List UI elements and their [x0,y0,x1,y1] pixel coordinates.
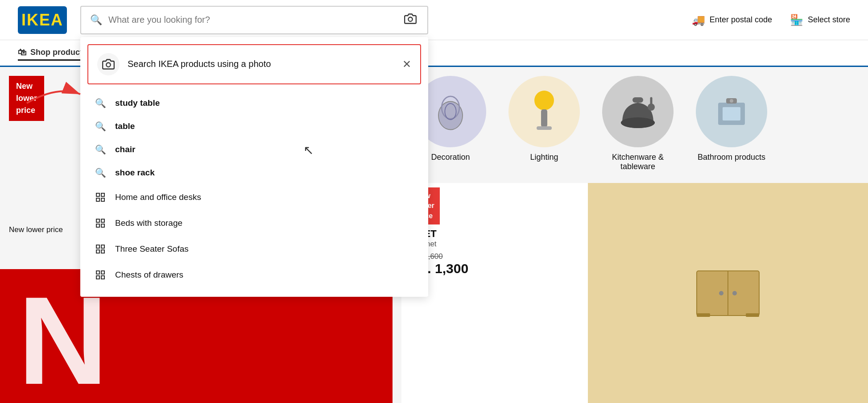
logo-text: IKEA [21,11,63,29]
enter-postal-code-button[interactable]: 🚚 Enter postal code [692,14,772,26]
category-grid-icon [94,242,107,256]
search-input[interactable] [108,15,402,25]
svg-rect-23 [541,109,547,127]
select-store-label: Select store [808,15,850,25]
svg-point-33 [730,99,733,103]
suggestion-label: table [115,121,135,131]
svg-point-36 [719,291,723,295]
svg-rect-24 [537,126,552,130]
bathroom-image [696,76,767,147]
nav-item-shop-products[interactable]: 🛍 Shop products [18,46,87,61]
red-arrow [22,81,89,108]
svg-rect-3 [96,193,99,196]
category-grid-icon [94,191,107,204]
lighting-image [508,76,580,147]
suggestion-beds-with-storage[interactable]: Beds with storage [89,210,419,236]
suggestion-label: shoe rack [115,168,155,178]
category-name: Kitchenware & tableware [602,153,674,171]
photo-search-camera-icon [97,53,120,75]
svg-point-0 [408,17,412,21]
category-grid-icon [94,216,107,230]
search-dropdown: Search IKEA products using a photo ✕ 🔍 s… [80,37,428,297]
svg-rect-10 [101,224,104,227]
promo-letter: N [18,278,108,403]
suggestion-table[interactable]: 🔍 table [89,115,419,138]
svg-rect-38 [697,313,710,317]
photo-search-label: Search IKEA products using a photo [128,59,394,69]
new-lower-price-label: New lower price [9,225,63,234]
truck-icon: 🚚 [692,14,705,26]
suggestion-shoe-rack[interactable]: 🔍 shoe rack [89,161,419,184]
header: IKEA 🔍 [0,0,868,40]
search-container: 🔍 [80,6,428,34]
product-area: New lower price EKET Cabinet Rs. 1,600 R… [401,183,868,403]
shop-icon: 🛍 [18,47,27,58]
photo-search-banner[interactable]: Search IKEA products using a photo ✕ [87,44,421,84]
category-name: Decoration [431,153,470,162]
svg-rect-6 [101,198,104,201]
svg-rect-12 [101,245,104,248]
svg-rect-8 [101,219,104,222]
category-name: Lighting [530,153,558,162]
store-icon: 🏪 [790,14,803,26]
suggestion-label: Home and office desks [115,192,201,202]
svg-rect-5 [96,198,99,201]
svg-rect-27 [632,97,643,103]
suggestion-label: chair [115,145,135,154]
svg-rect-14 [101,250,104,253]
select-store-button[interactable]: 🏪 Select store [790,14,850,26]
header-right: 🚚 Enter postal code 🏪 Select store [692,14,850,26]
svg-rect-39 [746,313,759,317]
postal-code-label: Enter postal code [710,15,772,25]
product-image-area [588,183,868,403]
category-name: Bathroom products [698,153,765,162]
svg-point-37 [732,291,737,295]
suggestion-chair[interactable]: 🔍 chair [89,138,419,161]
svg-point-26 [621,117,655,128]
suggestion-home-office-desks[interactable]: Home and office desks [89,184,419,210]
nav-label: Shop products [30,48,87,57]
category-strip: Decoration Lighting [401,67,868,180]
suggestion-study-table[interactable]: 🔍 study table [89,91,419,115]
svg-point-22 [534,91,554,110]
suggestion-chests-of-drawers[interactable]: Chests of drawers [89,262,419,288]
search-bar[interactable]: 🔍 [80,6,428,34]
suggestion-label: Chests of drawers [115,270,183,280]
svg-rect-11 [96,245,99,248]
ikea-logo[interactable]: IKEA [18,6,67,34]
kitchenware-image [602,76,674,147]
search-icon: 🔍 [94,144,107,155]
search-icon: 🔍 [94,121,107,132]
category-bathroom[interactable]: Bathroom products [691,76,772,171]
search-icon: 🔍 [94,98,107,108]
category-kitchenware[interactable]: Kitchenware & tableware [598,76,678,171]
camera-search-button[interactable] [402,11,418,29]
svg-point-2 [106,62,110,66]
suggestion-label: Beds with storage [115,218,182,228]
svg-rect-9 [96,224,99,227]
suggestion-label: Three Seater Sofas [115,244,189,254]
svg-rect-7 [96,219,99,222]
photo-search-close-button[interactable]: ✕ [402,58,411,71]
svg-rect-16 [101,271,104,274]
suggestion-three-seater-sofas[interactable]: Three Seater Sofas [89,236,419,262]
category-grid-icon [94,268,107,282]
svg-rect-17 [96,276,99,279]
search-icon: 🔍 [90,14,102,26]
svg-rect-15 [96,271,99,274]
search-suggestions: 🔍 study table 🔍 table 🔍 chair 🔍 shoe rac… [80,91,428,288]
svg-rect-13 [96,250,99,253]
svg-rect-31 [723,107,740,120]
svg-rect-4 [101,193,104,196]
suggestion-label: study table [115,98,160,108]
svg-rect-18 [101,276,104,279]
category-lighting[interactable]: Lighting [504,76,584,171]
search-icon: 🔍 [94,167,107,178]
